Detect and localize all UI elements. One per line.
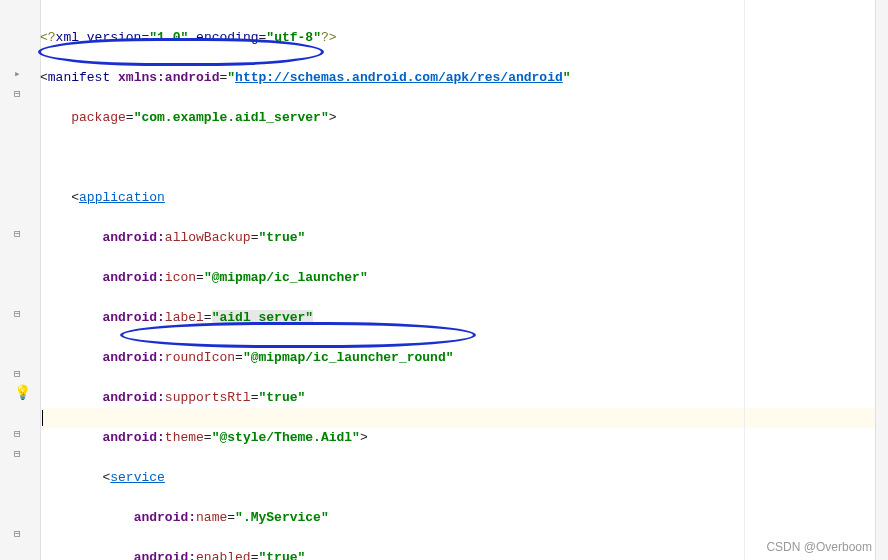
code-editor[interactable]: <?xml version="1.0" encoding="utf-8"?> <… xyxy=(0,8,633,560)
right-margin-line xyxy=(744,0,746,560)
package-value: com.example.aidl_server xyxy=(141,110,320,125)
xml-encoding: utf-8 xyxy=(274,30,313,45)
application-tag[interactable]: application xyxy=(79,190,165,205)
watermark-text: CSDN @Overboom xyxy=(766,540,872,554)
xml-version: 1.0 xyxy=(157,30,180,45)
xmlns-url[interactable]: http://schemas.android.com/apk/res/andro… xyxy=(235,70,563,85)
xmlns-attr: xmlns:android xyxy=(118,70,219,85)
service-tag[interactable]: service xyxy=(110,470,165,485)
editor-overview-ruler[interactable] xyxy=(875,0,888,560)
package-attr: package xyxy=(71,110,126,125)
